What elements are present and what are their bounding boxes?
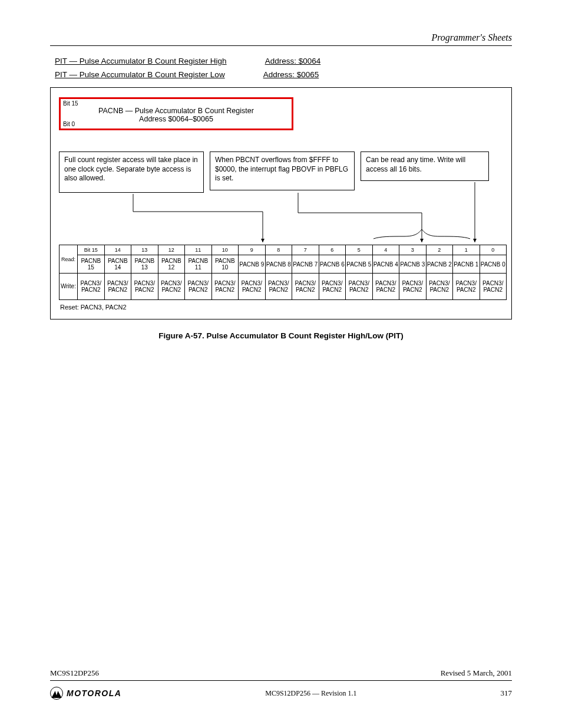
bit-name: PACNB 3	[399, 255, 427, 274]
bit-rw: PACN3/ PACN2	[265, 274, 292, 300]
bit-num: 8	[265, 245, 292, 255]
bit-num: 6	[319, 245, 346, 255]
reg-addr-2: Address: $0065	[263, 70, 319, 79]
bit-num: 1	[453, 245, 480, 255]
bit-rw: PACN3/ PACN2	[426, 274, 453, 300]
bit-rw: PACN3/ PACN2	[372, 274, 399, 300]
header-rule	[50, 45, 512, 46]
bit-rw: PACN3/ PACN2	[346, 274, 373, 300]
bit-name: PACNB 8	[265, 255, 292, 274]
highlight-text: PACNB — Pulse Accumulator B Count Regist…	[61, 99, 292, 124]
bit-rw: PACN3/ PACN2	[185, 274, 212, 300]
reg-addr-1: Address: $0064	[265, 57, 321, 65]
bit-lo-label: Bit 0	[63, 121, 75, 127]
bit-rw: PACN3/ PACN2	[211, 274, 239, 300]
running-header: Programmer's Sheets	[50, 32, 512, 43]
bit-name: PACNB 4	[372, 255, 399, 274]
bit-rw: PACN3/ PACN2	[292, 274, 319, 300]
bit-rw: PACN3/ PACN2	[239, 274, 266, 300]
bit-num: 14	[104, 245, 131, 255]
bit-num: 7	[292, 245, 319, 255]
bit-num: 3	[399, 245, 427, 255]
bit-name: PACNB 10	[211, 255, 239, 274]
bit-name: PACNB 6	[319, 255, 346, 274]
footer-rule	[50, 680, 512, 681]
bit-num: 4	[372, 245, 399, 255]
bit-name: PACNB 1	[453, 255, 480, 274]
bit-name: PACNB 9	[239, 255, 266, 274]
bit-name: PACNB 11	[185, 255, 212, 274]
bit-table: Read: Bit 1514131211109876543210 PACNB 1…	[59, 245, 507, 300]
bit-num: Bit 15	[78, 245, 105, 255]
figure-caption: Figure A-57. Pulse Accumulator B Count R…	[50, 331, 512, 340]
bit-name: PACNB 0	[480, 255, 507, 274]
bit-rw: PACN3/ PACN2	[158, 274, 185, 300]
bit-rw: PACN3/ PACN2	[480, 274, 507, 300]
bit-num: 13	[131, 245, 158, 255]
desc-box-c: Can be read any time. Write will access …	[361, 151, 489, 181]
bit-name: PACNB 2	[426, 255, 453, 274]
bit-num: 11	[185, 245, 212, 255]
reg-name-2: PIT — Pulse Accumulator B Count Register…	[55, 70, 225, 79]
footer-page: 317	[500, 689, 512, 698]
bit-name: PACNB 15	[78, 255, 105, 274]
bit-name: PACNB 13	[131, 255, 158, 274]
bit-rw: PACN3/ PACN2	[453, 274, 480, 300]
motorola-icon	[50, 687, 63, 700]
footer-center: MC9S12DP256 — Revision 1.1	[265, 689, 356, 698]
bit-rw: PACN3/ PACN2	[131, 274, 158, 300]
register-name-row-1: PIT — Pulse Accumulator B Count Register…	[55, 57, 512, 65]
register-diagram: Bit 15 Bit 0 PACNB — Pulse Accumulator B…	[50, 87, 512, 319]
register-name-row-2: PIT — Pulse Accumulator B Count Register…	[55, 70, 512, 79]
bit-num: 12	[158, 245, 185, 255]
desc-box-b: When PBCNT overflows from $FFFF to $0000…	[210, 151, 355, 190]
motorola-logo: MOTOROLA	[50, 687, 121, 700]
reg-name-1: PIT — Pulse Accumulator B Count Register…	[55, 57, 227, 65]
bit-rw: PACN3/ PACN2	[319, 274, 346, 300]
page: Programmer's Sheets PIT — Pulse Accumula…	[50, 32, 512, 696]
bit-hi-label: Bit 15	[63, 100, 78, 107]
highlight-box: Bit 15 Bit 0 PACNB — Pulse Accumulator B…	[59, 97, 293, 130]
side-label-read: Read:	[59, 245, 78, 274]
footer-doc-id: MC9S12DP256	[50, 668, 99, 678]
bit-name: PACNB 12	[158, 255, 185, 274]
footer-rev: Revised 5 March, 2001	[441, 668, 512, 678]
side-label-write: Write:	[59, 274, 78, 300]
bit-rw: PACN3/ PACN2	[399, 274, 427, 300]
bit-rw: PACN3/ PACN2	[78, 274, 105, 300]
page-footer: MC9S12DP256 Revised 5 March, 2001 MOTORO…	[50, 668, 512, 700]
bit-num: 2	[426, 245, 453, 255]
bit-num: 5	[346, 245, 373, 255]
bit-name: PACNB 14	[104, 255, 131, 274]
bit-name: PACNB 7	[292, 255, 319, 274]
desc-box-a: Full count register access will take pla…	[59, 151, 204, 193]
bit-rw: PACN3/ PACN2	[104, 274, 131, 300]
bit-num: 9	[239, 245, 266, 255]
bit-name: PACNB 5	[346, 255, 373, 274]
reset-line: Reset: PACN3, PACN2	[60, 304, 507, 311]
bit-num: 10	[211, 245, 239, 255]
description-row: Full count register access will take pla…	[59, 151, 507, 193]
bit-num: 0	[480, 245, 507, 255]
